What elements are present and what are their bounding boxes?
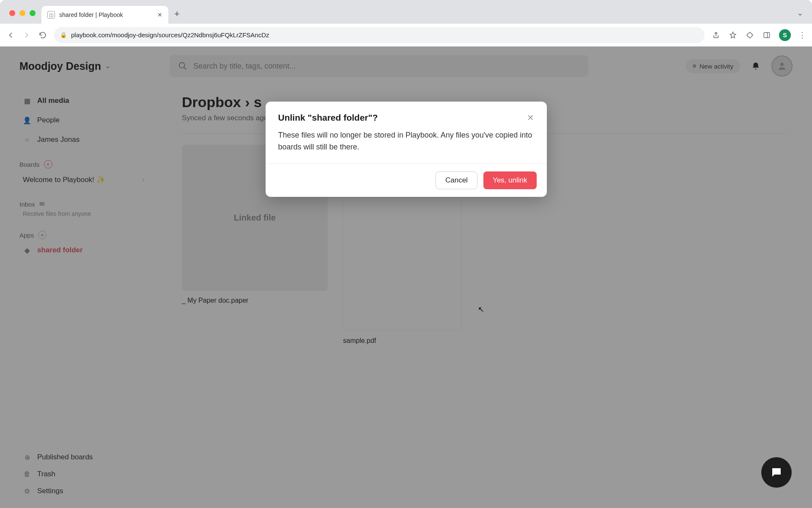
browser-menu-icon[interactable]: ⋮ <box>798 30 806 40</box>
modal-body: These files will no longer be stored in … <box>266 126 547 163</box>
unlink-modal: Unlink "shared folder"? ✕ These files wi… <box>266 102 547 197</box>
window-traffic-lights[interactable] <box>9 10 36 16</box>
window-close-icon[interactable] <box>9 10 15 16</box>
app-root: Moodjoy Design ⌄ Search by title, tags, … <box>0 47 812 508</box>
address-bar[interactable]: 🔒 playbook.com/moodjoy-design/sources/Qz… <box>54 27 705 43</box>
new-tab-button[interactable]: + <box>174 8 180 19</box>
url-text: playbook.com/moodjoy-design/sources/Qz2N… <box>71 31 269 39</box>
modal-title: Unlink "shared folder"? <box>278 113 378 123</box>
tab-favicon-icon: ◫ <box>47 11 55 19</box>
sidepanel-icon[interactable] <box>762 30 771 40</box>
chat-icon <box>770 466 783 479</box>
forward-button <box>22 30 31 40</box>
reload-button[interactable] <box>38 30 47 40</box>
extensions-icon[interactable] <box>745 30 754 40</box>
svg-rect-0 <box>764 33 770 38</box>
profile-avatar[interactable]: S <box>779 29 791 41</box>
window-minimize-icon[interactable] <box>19 10 25 16</box>
browser-tabstrip: ◫ shared folder | Playbook ✕ + <box>0 0 812 24</box>
confirm-unlink-button[interactable]: Yes, unlink <box>483 171 537 189</box>
chat-fab[interactable] <box>761 457 792 488</box>
window-maximize-icon[interactable] <box>30 10 36 16</box>
bookmark-icon[interactable] <box>728 30 738 40</box>
tab-title: shared folder | Playbook <box>59 11 153 18</box>
browser-tab[interactable]: ◫ shared folder | Playbook ✕ <box>41 6 168 24</box>
share-icon[interactable] <box>711 30 721 40</box>
tabs-overflow-icon[interactable] <box>797 11 804 18</box>
close-icon[interactable]: ✕ <box>527 113 534 123</box>
browser-toolbar: 🔒 playbook.com/moodjoy-design/sources/Qz… <box>0 24 812 47</box>
modal-overlay[interactable]: Unlink "shared folder"? ✕ These files wi… <box>0 47 812 508</box>
cancel-button[interactable]: Cancel <box>436 171 477 189</box>
back-button[interactable] <box>6 30 15 40</box>
tab-close-icon[interactable]: ✕ <box>157 11 162 18</box>
lock-icon: 🔒 <box>60 32 67 38</box>
